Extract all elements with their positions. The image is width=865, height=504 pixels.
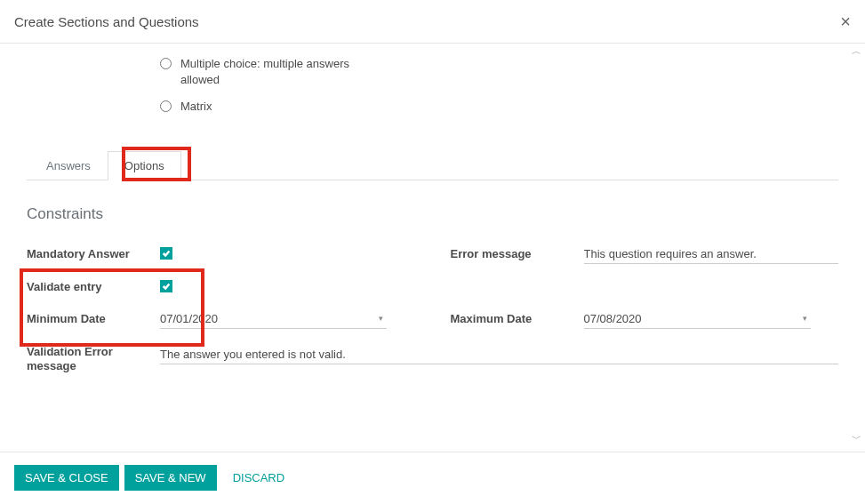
radio-label-multiple-choice: Multiple choice: multiple answers allowe… bbox=[180, 56, 385, 88]
label-validation-error: Validation Error message bbox=[27, 345, 160, 375]
modal-title: Create Sections and Questions bbox=[14, 14, 199, 29]
close-button[interactable]: × bbox=[840, 12, 851, 30]
tab-options[interactable]: Options bbox=[108, 151, 181, 180]
input-minimum-date[interactable] bbox=[160, 309, 375, 328]
chevron-down-icon[interactable]: ▾ bbox=[375, 314, 387, 323]
input-error-message[interactable] bbox=[584, 244, 839, 264]
radio-option-matrix[interactable]: Matrix bbox=[160, 99, 838, 115]
check-icon bbox=[162, 249, 171, 258]
checkbox-mandatory-answer[interactable] bbox=[160, 247, 172, 260]
radio-option-multiple-choice[interactable]: Multiple choice: multiple answers allowe… bbox=[160, 56, 838, 88]
label-maximum-date: Maximum Date bbox=[451, 312, 584, 325]
save-new-button[interactable]: Save & New bbox=[124, 465, 217, 491]
radio-multiple-choice[interactable] bbox=[160, 58, 172, 69]
input-validation-error[interactable] bbox=[160, 345, 838, 364]
checkbox-validate-entry[interactable] bbox=[160, 280, 172, 292]
maximum-date-field[interactable]: ▾ bbox=[584, 309, 811, 329]
check-icon bbox=[162, 282, 171, 291]
minimum-date-field[interactable]: ▾ bbox=[160, 309, 387, 329]
radio-label-matrix: Matrix bbox=[180, 99, 212, 115]
row-mandatory-answer: Mandatory Answer bbox=[27, 244, 415, 264]
label-validate-entry: Validate entry bbox=[27, 280, 160, 293]
row-error-message: Error message bbox=[451, 244, 839, 264]
question-type-options: Multiple choice: multiple answers allowe… bbox=[160, 56, 838, 116]
tab-answers[interactable]: Answers bbox=[29, 151, 108, 180]
label-mandatory-answer: Mandatory Answer bbox=[27, 247, 160, 260]
row-validation-error: Validation Error message bbox=[27, 345, 838, 375]
row-maximum-date: Maximum Date ▾ bbox=[451, 309, 839, 329]
modal-footer: Save & Close Save & New Discard bbox=[0, 452, 865, 503]
label-minimum-date: Minimum Date bbox=[27, 312, 160, 325]
row-minimum-date: Minimum Date ▾ bbox=[27, 309, 415, 329]
section-heading-constraints: Constraints bbox=[27, 205, 838, 223]
modal-header: Create Sections and Questions × bbox=[0, 0, 865, 44]
input-maximum-date[interactable] bbox=[584, 309, 799, 328]
chevron-down-icon[interactable]: ▾ bbox=[799, 314, 811, 323]
row-validate-entry: Validate entry bbox=[27, 280, 415, 293]
scroll-down-indicator[interactable]: ﹀ bbox=[852, 432, 861, 445]
modal-body: Multiple choice: multiple answers allowe… bbox=[0, 44, 865, 452]
label-error-message: Error message bbox=[451, 247, 584, 260]
constraints-form: Mandatory Answer Error message Validate … bbox=[27, 244, 838, 375]
tabs: Answers Options bbox=[27, 151, 838, 180]
discard-button[interactable]: Discard bbox=[222, 465, 296, 491]
row-empty bbox=[451, 280, 839, 293]
save-close-button[interactable]: Save & Close bbox=[14, 465, 119, 491]
radio-matrix[interactable] bbox=[160, 100, 172, 112]
